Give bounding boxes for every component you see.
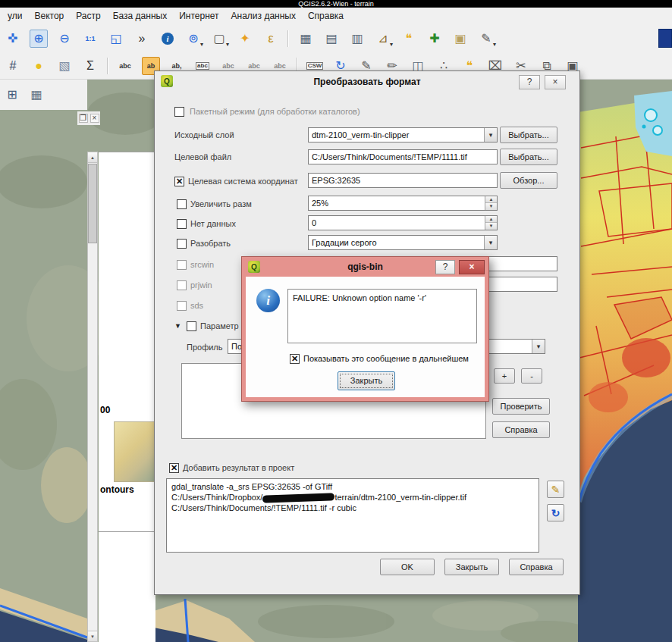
toolbar-overflow-icon[interactable]: »	[133, 30, 151, 48]
add-param-button[interactable]: +	[494, 368, 515, 384]
sds-label: sds	[190, 300, 203, 311]
command-text[interactable]: gdal_translate -a_srs EPSG:32635 -of GTi…	[166, 478, 539, 553]
dropdown-caret-icon: ▾	[226, 41, 229, 48]
show-again-checkbox[interactable]	[290, 354, 300, 364]
menu-raster[interactable]: Растр	[70, 8, 106, 23]
qgis-window: QGIS2.6.2-Wien - terrain улиВекторРастрБ…	[0, 0, 672, 642]
scroll-down-icon[interactable]: ▼	[88, 631, 97, 641]
attribute-table-icon[interactable]: ▦	[297, 30, 315, 48]
new-layer-icon[interactable]: ●	[30, 57, 48, 75]
digitizing-grid-icon[interactable]: ⊞	[3, 86, 21, 104]
zoom-actual-icon[interactable]: 1:1	[81, 30, 99, 48]
add-to-project-checkbox[interactable]	[169, 463, 179, 473]
raster-overlap-icon[interactable]: ▧	[55, 57, 74, 75]
menu-help[interactable]: Справка	[302, 8, 350, 23]
toolbar-separator	[107, 58, 108, 74]
select-by-expression-icon[interactable]: ε	[262, 30, 280, 48]
field-calculator-icon[interactable]: ▤	[322, 30, 341, 48]
show-bookmarks-icon[interactable]: ▣	[451, 30, 469, 48]
legend-item-contours[interactable]: ontours	[100, 484, 134, 495]
nodata-checkbox[interactable]	[177, 219, 187, 229]
spin-up-icon[interactable]	[485, 196, 497, 203]
zoom-in-icon[interactable]: ⊕	[30, 30, 48, 48]
target-select-button[interactable]: Выбрать...	[500, 149, 557, 165]
map-tips-icon[interactable]: ❝	[400, 30, 418, 48]
zoom-out-icon[interactable]: ⊖	[55, 30, 74, 48]
feature-action-icon[interactable]: ✦	[236, 30, 254, 48]
expand-label: Разобрать	[190, 238, 231, 249]
layers-panel: 00 ontours	[99, 152, 155, 642]
statistics-icon[interactable]: Σ	[81, 57, 99, 75]
error-help-button[interactable]: ?	[435, 260, 455, 274]
menubar: улиВекторРастрБаза данныхИнтернетАнализ …	[0, 8, 672, 24]
spin-up-icon[interactable]	[485, 216, 497, 223]
grid-icon[interactable]: #	[4, 57, 22, 75]
outsize-checkbox[interactable]	[177, 199, 187, 209]
dropdown-arrow-icon[interactable]	[532, 340, 545, 353]
raster-legend-thumbnail[interactable]	[114, 421, 155, 482]
spin-down-icon[interactable]	[485, 223, 497, 230]
help-button[interactable]: Справка	[509, 559, 564, 575]
menu-plugins[interactable]: ули	[2, 8, 28, 23]
close-button[interactable]: Закрыть	[444, 559, 499, 575]
redacted-path	[262, 493, 334, 503]
dialog-close-button[interactable]: ×	[545, 75, 566, 89]
dropdown-arrow-icon[interactable]	[484, 128, 497, 142]
menu-processing[interactable]: Анализ данных	[225, 8, 302, 23]
scrollbar-thumb[interactable]	[88, 164, 97, 243]
profile-label: Профиль	[187, 342, 223, 352]
batch-mode-checkbox[interactable]	[174, 107, 184, 117]
expand-combo[interactable]: Градации серого	[308, 235, 498, 250]
error-message-box[interactable]: FAILURE: Unknown option name '-r'	[287, 289, 477, 343]
expander-icon[interactable]: ▼	[174, 322, 181, 330]
dialog-help-button[interactable]: ?	[519, 75, 540, 89]
remove-param-button[interactable]: -	[521, 368, 542, 384]
spin-down-icon[interactable]	[485, 203, 497, 210]
new-bookmark-icon[interactable]: ✚	[425, 30, 444, 48]
target-crs-value: EPSG:32635	[309, 174, 497, 185]
identify-features-icon[interactable]: i	[159, 30, 177, 48]
prjwin-checkbox[interactable]	[177, 280, 187, 290]
outsize-spinbox[interactable]: 25%	[308, 196, 498, 211]
scroll-up-icon[interactable]: ▲	[88, 152, 97, 163]
legend-item-dtm[interactable]: 00	[100, 405, 110, 415]
creation-options-checkbox[interactable]	[187, 321, 196, 331]
source-layer-label: Исходный слой	[174, 130, 234, 140]
source-layer-combo[interactable]: dtm-2100_verm-tin-clipper	[308, 127, 498, 142]
menu-web[interactable]: Интернет	[173, 8, 225, 23]
nodata-spinbox[interactable]: 0	[308, 215, 498, 230]
edit-command-button[interactable]: ✎	[547, 481, 564, 498]
target-crs-checkbox[interactable]	[174, 177, 184, 186]
dock-float-icon[interactable]: ❐	[79, 114, 88, 123]
side-help-button[interactable]: Справка	[492, 421, 550, 438]
dock-close-icon[interactable]: ×	[90, 114, 99, 123]
menu-vector[interactable]: Вектор	[28, 8, 70, 23]
srcwin-checkbox[interactable]	[177, 260, 187, 270]
zoom-full-icon[interactable]: ◱	[107, 30, 125, 48]
crs-browse-button[interactable]: Обзор...	[500, 172, 557, 189]
sds-checkbox[interactable]	[177, 301, 187, 311]
validate-button[interactable]: Проверить	[492, 398, 550, 415]
legend-scrollbar[interactable]: ▲ ▼	[87, 152, 98, 642]
dropdown-arrow-icon[interactable]	[484, 236, 497, 249]
dialog-titlebar[interactable]: Q Преобразовать формат ? ×	[155, 71, 579, 92]
select-features-icon[interactable]: ▢▾	[210, 30, 228, 48]
source-select-button[interactable]: Выбрать...	[500, 127, 557, 143]
window-titlebar[interactable]: QGIS2.6.2-Wien - terrain	[0, 0, 672, 8]
layers-overlap-icon[interactable]: ▦	[27, 86, 46, 104]
zoom-to-selection-icon[interactable]: ⊚▾	[184, 30, 203, 48]
measure-icon[interactable]: ⊿▾	[374, 30, 392, 48]
ok-button[interactable]: OK	[380, 559, 435, 575]
menu-database[interactable]: База данных	[107, 8, 173, 23]
pan-map-icon[interactable]: ✜	[4, 30, 22, 48]
refresh-command-button[interactable]: ↻	[547, 504, 564, 521]
target-file-field[interactable]: C:/Users/Think/Documents/!TEMP/1111.tif	[308, 149, 498, 164]
expand-checkbox[interactable]	[177, 239, 187, 249]
text-annotation-icon[interactable]: ✎▾	[477, 30, 495, 48]
error-dialog-close-button[interactable]: Закрыть	[338, 371, 395, 390]
target-crs-field[interactable]: EPSG:32635	[308, 173, 498, 188]
dock-toggle-icon[interactable]	[658, 29, 672, 48]
label-abc-icon[interactable]: abc	[116, 57, 134, 75]
error-close-button[interactable]: ×	[459, 260, 485, 274]
filtered-table-icon[interactable]: ▥	[348, 30, 366, 48]
